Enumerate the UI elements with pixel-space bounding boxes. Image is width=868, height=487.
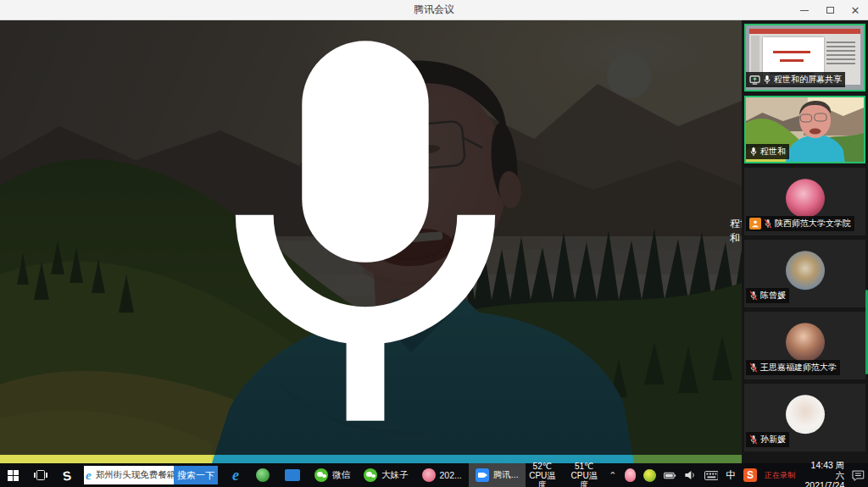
pinwheel-logo-icon: S — [62, 468, 72, 483]
ime-indicator[interactable]: 中 — [726, 468, 736, 483]
task-view-button[interactable] — [26, 463, 55, 487]
speaker-name: 程世和 — [730, 217, 742, 246]
maximize-icon — [826, 7, 834, 14]
participant-tile-video[interactable]: 程世和 — [744, 96, 865, 163]
window-title: 腾讯会议 — [414, 3, 454, 17]
ie-pinned-button[interactable]: e — [223, 463, 248, 487]
taskbar-app-meeting[interactable]: 腾讯... — [469, 463, 526, 487]
participant-tile[interactable]: 陈曾媛 — [744, 240, 865, 307]
maximize-button[interactable] — [817, 0, 843, 20]
window-controls: ✕ — [792, 0, 868, 20]
blue-app-button[interactable] — [277, 463, 308, 487]
news-headline-text: 郑州街头现免费餐箱 — [93, 469, 174, 481]
tencent-meeting-icon — [476, 468, 489, 482]
participant-avatar — [786, 251, 825, 290]
recording-indicator: 正在录制 — [765, 470, 795, 481]
mic-muted-icon — [749, 434, 758, 445]
screen-share-icon — [749, 75, 760, 85]
minimize-icon — [800, 10, 809, 11]
sogou-input-icon[interactable]: S — [743, 468, 757, 482]
meeting-content: 程世和 — [0, 20, 868, 463]
touch-keyboard-icon[interactable] — [704, 471, 719, 480]
system-tray: 52℃ CPU温度 51℃ CPU温度 ⌃ — [526, 463, 868, 487]
participant-label: 孙新媛 — [746, 432, 789, 447]
participant-label: 陈曾媛 — [746, 288, 789, 303]
participant-name: 程世和的屏幕共享 — [774, 74, 842, 86]
clock-date: 2021/7/24 — [803, 480, 844, 487]
green-app-button[interactable] — [248, 463, 277, 487]
speaker-icon[interactable] — [684, 470, 697, 480]
participant-avatar — [786, 323, 825, 362]
ie-browser-icon: e — [231, 467, 241, 484]
app-label: 大妹子 — [381, 469, 409, 481]
cpu-temp-label: CPU温度 — [567, 471, 601, 487]
host-person-badge-icon — [749, 218, 761, 230]
cpu-temp-widget-1[interactable]: 52℃ CPU温度 — [526, 462, 559, 487]
start-button[interactable] — [0, 463, 26, 487]
battery-icon[interactable] — [664, 472, 676, 479]
blue-app-icon — [285, 469, 300, 481]
participant-name: 王思嘉福建师范大学 — [760, 362, 837, 374]
coin-tray-icon[interactable] — [643, 469, 656, 482]
participant-avatar — [786, 395, 825, 434]
cpu-temp-value: 51℃ — [567, 462, 601, 471]
app-label: 微信 — [332, 469, 350, 481]
participant-tile[interactable]: 孙新媛 — [744, 384, 865, 451]
group-avatar-icon — [422, 468, 436, 482]
participant-name: 陈曾媛 — [760, 290, 786, 302]
cpu-temp-label: CPU温度 — [526, 471, 559, 487]
windows-taskbar: S e 郑州街头现免费餐箱 搜索一下 e 微信 大妹子 — [0, 463, 868, 487]
mic-icon — [763, 75, 771, 85]
pinwheel-app-button[interactable]: S — [55, 463, 79, 487]
taskbar-app-chat[interactable]: 大妹子 — [357, 463, 415, 487]
participant-avatar — [786, 179, 825, 218]
participant-label: 王思嘉福建师范大学 — [746, 360, 840, 375]
taskbar-app-group[interactable]: 202... — [415, 463, 469, 487]
close-button[interactable]: ✕ — [843, 0, 868, 20]
app-label: 202... — [440, 470, 462, 480]
mic-muted-icon — [764, 219, 772, 229]
cpu-temp-widget-2[interactable]: 51℃ CPU温度 — [567, 462, 601, 487]
taskbar-search-box[interactable]: e 郑州街头现免费餐箱 搜索一下 — [84, 466, 218, 484]
wechat-icon — [364, 468, 377, 482]
participant-name: 孙新媛 — [760, 434, 786, 445]
participant-name: 陕西师范大学文学院 — [775, 218, 851, 230]
active-speaker-name-tag: 程世和 — [0, 20, 742, 455]
mic-muted-icon — [749, 362, 758, 373]
green-app-icon — [256, 468, 270, 482]
search-button[interactable]: 搜索一下 — [174, 466, 218, 484]
windows-logo-icon — [8, 470, 19, 481]
app-label: 腾讯... — [493, 469, 519, 481]
mic-icon — [749, 147, 758, 157]
participant-tile[interactable]: 陕西师范大学文学院 — [744, 168, 865, 235]
wechat-icon — [314, 468, 328, 482]
clock-time: 14:43 周六 — [803, 460, 844, 480]
ie-browser-icon: e — [84, 468, 93, 483]
participant-label: 陕西师范大学文学院 — [746, 216, 854, 231]
participant-label: 程世和 — [746, 144, 789, 159]
task-view-icon — [34, 470, 47, 480]
penguin-tray-icon[interactable] — [625, 468, 637, 482]
participants-sidebar: 程世和的屏幕共享 — [742, 20, 868, 463]
cpu-temp-value: 52℃ — [526, 462, 559, 471]
taskbar-clock[interactable]: 14:43 周六 2021/7/24 — [803, 460, 844, 487]
tencent-meeting-window: 腾讯会议 ✕ — [0, 0, 868, 487]
hidden-icons-chevron[interactable]: ⌃ — [609, 470, 616, 481]
titlebar: 腾讯会议 ✕ — [0, 0, 868, 20]
taskbar-left: S e 郑州街头现免费餐箱 搜索一下 e 微信 大妹子 — [0, 463, 526, 487]
action-center-icon[interactable] — [852, 470, 865, 481]
participant-label: 程世和的屏幕共享 — [746, 72, 845, 87]
participant-name: 程世和 — [760, 146, 786, 158]
taskbar-app-wechat[interactable]: 微信 — [308, 463, 357, 487]
main-video: 程世和 — [0, 20, 742, 463]
participant-tile[interactable]: 王思嘉福建师范大学 — [744, 312, 865, 379]
mic-muted-icon — [749, 291, 758, 301]
minimize-button[interactable] — [792, 0, 817, 20]
participant-tile-screen-share[interactable]: 程世和的屏幕共享 — [744, 24, 865, 91]
mic-icon — [4, 20, 726, 452]
